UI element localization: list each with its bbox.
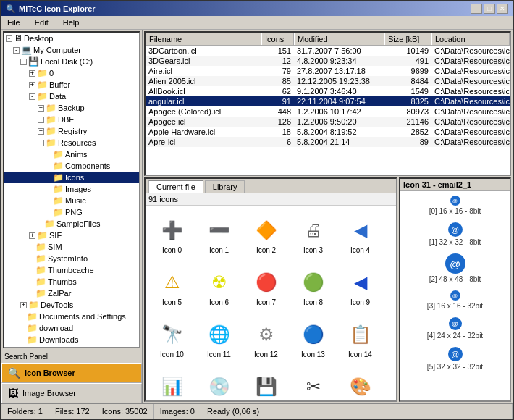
bottom-panel-buttons: 🔍 Icon Browser 🖼 Image Browser: [1, 363, 142, 403]
tree-item-images[interactable]: 📁 Images: [4, 183, 139, 195]
file-cell-icons: 79: [261, 66, 294, 76]
tree-item-components[interactable]: 📁 Components: [4, 160, 139, 172]
tree-toggle[interactable]: +: [38, 128, 44, 135]
icon-cell-icon2[interactable]: 🔶 Icon 2: [243, 209, 290, 261]
tree-item-dbf[interactable]: + 📁 DBF: [4, 114, 139, 125]
icon-cell-icon4[interactable]: ◀ Icon 4: [337, 209, 384, 261]
tree-toggle[interactable]: -: [29, 93, 35, 100]
icon-browser-button[interactable]: 🔍 Icon Browser: [1, 363, 142, 383]
menu-file[interactable]: File: [4, 17, 23, 28]
close-button[interactable]: ✕: [497, 4, 508, 14]
file-row[interactable]: Apogee (Colored).icl 448 1.2.2006 10:17:…: [146, 106, 510, 117]
tree-toggle[interactable]: +: [29, 232, 35, 239]
tree-item-downloads[interactable]: 📁 Downloads: [4, 334, 139, 345]
file-row[interactable]: 3DCartoon.icl 151 31.7.2007 7:56:00 1014…: [146, 46, 510, 56]
tree-view[interactable]: - 🖥 Desktop - 💻 My Computer - 💾 Local Di…: [3, 31, 140, 348]
file-row[interactable]: Alien 2005.icl 85 12.12.2005 19:23:38 84…: [146, 76, 510, 86]
tree-toggle[interactable]: +: [29, 70, 35, 77]
icon-cell-icon9[interactable]: ◀ Icon 9: [337, 261, 384, 313]
tree-item-sysinfo[interactable]: 📁 SystemInfo: [4, 253, 139, 264]
icon-cell-icon5[interactable]: ⚠ Icon 5: [148, 261, 195, 313]
tree-item-sim[interactable]: 📁 SIM: [4, 241, 139, 253]
menu-edit[interactable]: Edit: [32, 17, 51, 28]
tree-label: Documents and Settings: [39, 312, 126, 321]
icon-cell-icon8[interactable]: 🟢 Icon 8: [290, 261, 337, 313]
tree-item-sif[interactable]: + 📁 SIF: [4, 230, 139, 241]
col-modified[interactable]: Modified: [294, 33, 384, 45]
file-row[interactable]: Aire.icl 79 27.8.2007 13:17:18 9699 C:\D…: [146, 66, 510, 76]
tree-item-resources[interactable]: - 📁 Resources: [4, 137, 139, 148]
tab-library[interactable]: Library: [205, 180, 245, 193]
tree-label: Backup: [58, 104, 85, 112]
tree-toggle[interactable]: -: [13, 47, 20, 54]
icon-cell-icon19[interactable]: 🎨 Icon 19: [337, 365, 384, 400]
col-icons[interactable]: Icons: [261, 33, 294, 45]
icon-cell-icon12[interactable]: ⚙ Icon 12: [243, 313, 290, 365]
file-row[interactable]: Apre-icl 6 5.8.2004 21:14 89 C:\Data\Res…: [146, 137, 510, 147]
icon-cell-icon0[interactable]: ➕ Icon 0: [148, 209, 195, 261]
icon-cell-icon15[interactable]: 📊 Icon 15: [148, 365, 195, 400]
detail-item-3[interactable]: @ [3] 16 x 16 - 32bit: [403, 289, 507, 311]
tree-item-games[interactable]: 📁 Games: [4, 345, 139, 348]
icon-cell-icon14[interactable]: 📋 Icon 14: [337, 313, 384, 365]
icon-cell-icon10[interactable]: 🔭 Icon 10: [148, 313, 195, 365]
minimize-button[interactable]: —: [471, 4, 482, 14]
detail-items[interactable]: @ [0] 16 x 16 - 8bit @ [1] 32 x 32 - 8bi…: [400, 191, 510, 375]
tree-toggle[interactable]: +: [20, 302, 27, 308]
file-row[interactable]: Apogee.icl 126 1.2.2006 9:50:20 21146 C:…: [146, 117, 510, 127]
file-row[interactable]: 3DGears.icl 12 4.8.2000 9:23:34 491 C:\D…: [146, 56, 510, 66]
file-row[interactable]: AllBook.icl 62 9.1.2007 3:46:40 1549 C:\…: [146, 86, 510, 96]
tree-item-icons[interactable]: 📁 Icons: [4, 172, 139, 183]
detail-item-5[interactable]: @ [5] 32 x 32 - 32bit: [403, 345, 507, 372]
tree-toggle[interactable]: +: [38, 105, 44, 112]
col-location[interactable]: Location: [431, 33, 510, 45]
tree-toggle[interactable]: +: [29, 82, 35, 88]
icons-grid[interactable]: ➕ Icon 0 ➖ Icon 1 🔶 Icon 2 🖨 Icon 3 ◀ Ic…: [146, 206, 396, 400]
icon-cell-icon18[interactable]: ✂ Icon 18: [290, 365, 337, 400]
detail-item-0[interactable]: @ [0] 16 x 16 - 8bit: [403, 194, 507, 217]
icon-cell-icon13[interactable]: 🔵 Icon 13: [290, 313, 337, 365]
tree-item-anims[interactable]: 📁 Anims: [4, 148, 139, 160]
tab-current-file[interactable]: Current file: [148, 180, 203, 193]
tree-item-0[interactable]: + 📁 0: [4, 67, 139, 79]
tree-item-devtools[interactable]: + 📁 DevTools: [4, 299, 139, 311]
icon-cell-icon3[interactable]: 🖨 Icon 3: [290, 209, 337, 261]
detail-item-1[interactable]: @ [1] 32 x 32 - 8bit: [403, 221, 507, 248]
file-list[interactable]: Filename Icons Modified Size [kB] Locati…: [144, 31, 511, 176]
tree-toggle[interactable]: +: [38, 117, 44, 123]
icon-cell-icon16[interactable]: 💿 Icon 16: [195, 365, 243, 400]
icon-cell-icon7[interactable]: 🔴 Icon 7: [243, 261, 290, 313]
tree-item-png[interactable]: 📁 PNG: [4, 206, 139, 218]
tree-item-samplefiles[interactable]: 📁 SampleFiles: [4, 218, 139, 230]
tree-item-music[interactable]: 📁 Music: [4, 195, 139, 206]
tree-item-zalpar[interactable]: 📁 ZalPar: [4, 287, 139, 299]
tree-toggle[interactable]: -: [6, 35, 12, 42]
maximize-button[interactable]: □: [484, 4, 495, 14]
file-cell-size: 491: [384, 56, 431, 66]
file-row[interactable]: Apple Hardware.icl 18 5.8.2004 8:19:52 2…: [146, 127, 510, 137]
tree-item-thumbs[interactable]: 📁 Thumbs: [4, 276, 139, 287]
tree-item-download[interactable]: 📁 download: [4, 322, 139, 334]
image-browser-button[interactable]: 🖼 Image Browser: [1, 383, 142, 403]
icon-cell-icon6[interactable]: ☢ Icon 6: [195, 261, 243, 313]
menu-help[interactable]: Help: [60, 17, 83, 28]
tree-toggle[interactable]: -: [20, 59, 27, 65]
tree-item-backup[interactable]: + 📁 Backup: [4, 102, 139, 114]
tree-item-docsandset[interactable]: 📁 Documents and Settings: [4, 311, 139, 322]
detail-item-4[interactable]: @ [4] 24 x 24 - 32bit: [403, 316, 507, 341]
detail-item-2[interactable]: @ [2] 48 x 48 - 8bit: [403, 252, 507, 285]
tree-toggle[interactable]: -: [38, 140, 44, 146]
icon-cell-icon17[interactable]: 💾 Icon 17: [243, 365, 290, 400]
tree-item-desktop[interactable]: - 🖥 Desktop: [4, 33, 139, 44]
tree-item-registry[interactable]: + 📁 Registry: [4, 125, 139, 137]
tree-item-thumbcache[interactable]: 📁 Thumbcache: [4, 264, 139, 276]
file-row[interactable]: angular.icl 91 22.11.2004 9:07:54 8325 C…: [146, 96, 510, 106]
icon-cell-icon1[interactable]: ➖ Icon 1: [195, 209, 243, 261]
col-size[interactable]: Size [kB]: [384, 33, 431, 45]
tree-item-localdisk[interactable]: - 💾 Local Disk (C:): [4, 56, 139, 67]
tree-item-data[interactable]: - 📁 Data: [4, 91, 139, 102]
tree-item-buffer[interactable]: + 📁 Buffer: [4, 79, 139, 91]
icon-cell-icon11[interactable]: 🌐 Icon 11: [195, 313, 243, 365]
col-filename[interactable]: Filename: [146, 33, 261, 45]
tree-item-mycomputer[interactable]: - 💻 My Computer: [4, 44, 139, 56]
